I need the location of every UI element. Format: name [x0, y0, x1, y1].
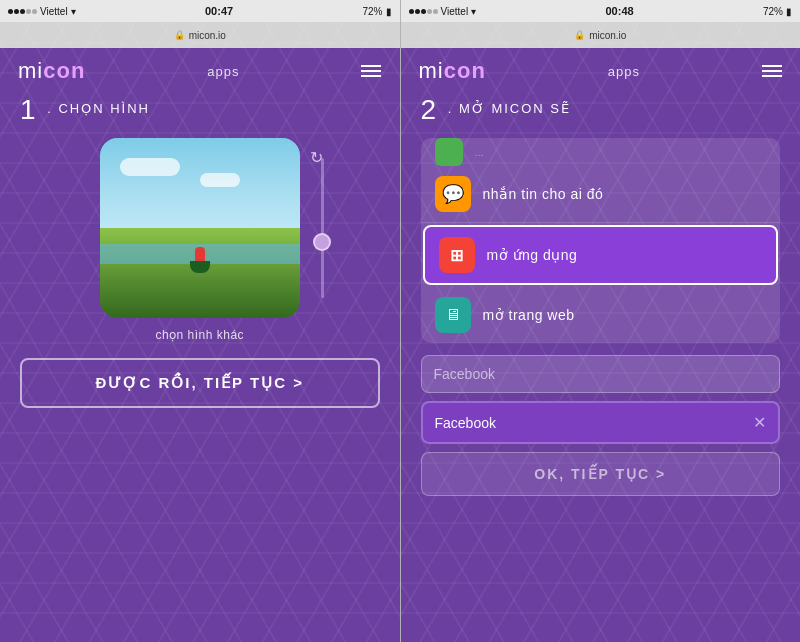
image-wrapper: ↻	[100, 138, 300, 318]
battery-icon: ▮	[386, 6, 392, 17]
mo-ung-dung-label: mở ứng dụng	[487, 247, 763, 263]
left-step-number: 1	[20, 94, 38, 125]
web-symbol: 🖥	[445, 306, 461, 324]
message-icon: 💬	[435, 176, 471, 212]
left-status-right: 72% ▮	[362, 6, 391, 17]
left-battery-pct: 72%	[362, 6, 382, 17]
right-signal-dot-4	[427, 9, 432, 14]
mo-trang-web-label: mở trang web	[483, 307, 767, 323]
boat-body	[190, 261, 210, 273]
right-signal-dot-5	[433, 9, 438, 14]
signal-dot-3	[20, 9, 25, 14]
right-battery-icon: ▮	[786, 6, 792, 17]
signal-dot-5	[32, 9, 37, 14]
app-symbol: ⊞	[450, 246, 463, 265]
right-signal-dots	[409, 9, 438, 14]
right-hamburger-line-3	[762, 75, 782, 77]
app-icon: ⊞	[439, 237, 475, 273]
right-step-number: 2	[421, 94, 439, 125]
wifi-icon: ▾	[71, 6, 76, 17]
left-carrier: Viettel	[40, 6, 68, 17]
left-panel-content: 1 . CHỌN HÌNH ↻	[0, 90, 400, 642]
left-app-header: micon apps	[0, 48, 400, 90]
refresh-button[interactable]: ↻	[306, 146, 328, 168]
image-slider[interactable]	[321, 138, 324, 318]
right-hamburger-line-2	[762, 70, 782, 72]
right-battery-pct: 72%	[763, 6, 783, 17]
web-icon: 🖥	[435, 297, 471, 333]
option-mo-trang-web[interactable]: 🖥 mở trang web	[421, 287, 781, 343]
hamburger-line-1	[361, 65, 381, 67]
right-panel-content: 2 . MỞ MICON SẼ ... 💬 nhắn tin cho ai đó	[401, 90, 801, 642]
left-hamburger-menu[interactable]	[361, 65, 381, 77]
continue-button[interactable]: ĐƯỢC RỒI, TIẾP TỤC >	[20, 358, 380, 408]
app-name-input-placeholder[interactable]	[421, 355, 781, 393]
left-status-bar: Viettel ▾ 00:47 72% ▮	[0, 0, 400, 22]
right-wifi-icon: ▾	[471, 6, 476, 17]
left-lock-icon: 🔒	[174, 30, 185, 40]
left-brand-logo: micon	[18, 58, 85, 84]
right-signal-dot-3	[421, 9, 426, 14]
marsh-layer	[100, 228, 300, 318]
left-step-label: CHỌN HÌNH	[58, 101, 150, 116]
right-step-heading: 2 . MỞ MICON SẼ	[421, 94, 572, 126]
signal-dot-4	[26, 9, 31, 14]
right-step-label: MỞ MICON SẼ	[459, 101, 571, 116]
right-lock-icon: 🔒	[574, 30, 585, 40]
right-signal-dot-2	[415, 9, 420, 14]
option-nhan-tin[interactable]: 💬 nhắn tin cho ai đó	[421, 166, 781, 223]
right-hamburger-menu[interactable]	[762, 65, 782, 77]
right-hamburger-line-1	[762, 65, 782, 67]
app-name-value: Facebook	[435, 415, 754, 431]
cloud-2	[200, 173, 240, 187]
signal-dots	[8, 9, 37, 14]
right-app-header: micon apps	[401, 48, 801, 90]
partial-option-label: ...	[475, 146, 484, 158]
left-step-heading: 1 . CHỌN HÌNH	[20, 94, 150, 126]
left-step-dot: .	[47, 101, 53, 116]
photo-thumbnail[interactable]	[100, 138, 300, 318]
right-signal-dot-1	[409, 9, 414, 14]
left-status-left: Viettel ▾	[8, 6, 76, 17]
partial-option-item[interactable]: ...	[421, 138, 781, 166]
right-time: 00:48	[605, 5, 633, 17]
message-symbol: 💬	[442, 183, 464, 205]
signal-dot-1	[8, 9, 13, 14]
option-mo-ung-dung[interactable]: ⊞ mở ứng dụng	[423, 225, 779, 285]
left-address-bar: 🔒 micon.io	[0, 22, 400, 48]
slider-thumb[interactable]	[313, 233, 331, 251]
right-brand-logo: micon	[419, 58, 486, 84]
choose-other-text[interactable]: chọn hình khác	[155, 328, 244, 342]
right-url: micon.io	[589, 30, 626, 41]
signal-dot-2	[14, 9, 19, 14]
left-time: 00:47	[205, 5, 233, 17]
left-phone-panel: Viettel ▾ 00:47 72% ▮ 🔒 micon.io micon a…	[0, 0, 400, 642]
boat	[190, 243, 210, 273]
right-carrier: Viettel	[441, 6, 469, 17]
partial-option-icon	[435, 138, 463, 166]
ok-continue-button[interactable]: OK, TIẾP TỤC >	[421, 452, 781, 496]
right-phone-panel: Viettel ▾ 00:48 72% ▮ 🔒 micon.io micon a…	[401, 0, 801, 642]
left-url: micon.io	[189, 30, 226, 41]
options-list: ... 💬 nhắn tin cho ai đó ⊞ mở ứng dụng 🖥	[421, 138, 781, 343]
hamburger-line-3	[361, 75, 381, 77]
right-nav-apps[interactable]: apps	[608, 64, 640, 79]
right-status-bar: Viettel ▾ 00:48 72% ▮	[401, 0, 801, 22]
right-step-dot: .	[448, 101, 454, 116]
nhan-tin-label: nhắn tin cho ai đó	[483, 186, 767, 202]
right-address-bar: 🔒 micon.io	[401, 22, 801, 48]
right-status-right: 72% ▮	[763, 6, 792, 17]
slider-track	[321, 158, 324, 298]
hamburger-line-2	[361, 70, 381, 72]
right-status-left: Viettel ▾	[409, 6, 477, 17]
left-nav-apps[interactable]: apps	[207, 64, 239, 79]
clear-field-icon[interactable]: ✕	[753, 413, 766, 432]
cloud-1	[120, 158, 180, 176]
app-name-input-active[interactable]: Facebook ✕	[421, 401, 781, 444]
